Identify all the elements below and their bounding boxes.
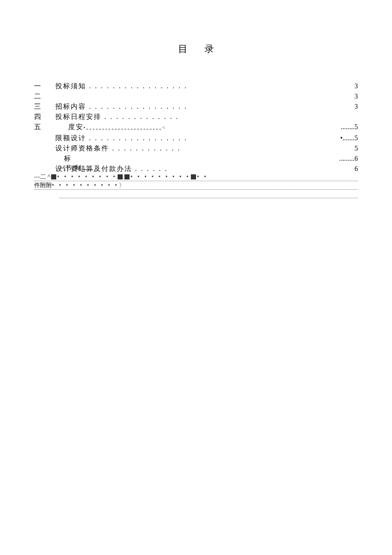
- toc-row: 度安•„„„„„„„„„„„„„„„„„„„„„„„„< ........5: [55, 122, 358, 133]
- number-item: 一: [34, 81, 41, 91]
- toc-page: 3: [355, 101, 358, 112]
- toc-row: 3: [55, 91, 358, 101]
- dots-icon: • • • • • • • • •: [57, 173, 117, 180]
- square-icon: [51, 174, 56, 179]
- toc-label: 标: [64, 153, 72, 164]
- arrow-icon: 〉: [119, 182, 125, 189]
- square-icon: [191, 174, 196, 179]
- toc-label: 设计师资格条件 . . . . . . . . . . . .: [55, 143, 181, 153]
- underline-icon: [83, 169, 93, 170]
- footer-row: [60, 190, 358, 198]
- number-item: 二: [34, 91, 41, 101]
- toc-label: 限额设计 . . . . . . . . . . . . . . . . .: [55, 133, 187, 143]
- toc-row: 标 .........6: [55, 153, 358, 164]
- fragment-char: 制: [75, 164, 81, 172]
- dots-icon: • •: [197, 173, 208, 180]
- toc-label: 度安•„„„„„„„„„„„„„„„„„„„„„„„„<: [68, 122, 166, 133]
- fragment-text: ^^ 书 „ 制: [60, 164, 93, 172]
- toc-page: 3: [355, 91, 358, 101]
- footer-row: 件附附 • • • • • • • • • • 〉: [34, 181, 358, 190]
- toc-row: 招标内容 . . . . . . . . . . . . . . . . . 3: [55, 101, 358, 112]
- toc-label: 投标须知 . . . . . . . . . . . . . . . . .: [55, 81, 187, 91]
- fragment-char: 书: [65, 164, 71, 172]
- toc-label: 招标内容 . . . . . . . . . . . . . . . . .: [55, 101, 187, 112]
- footer-prefix: —二 ^: [34, 173, 50, 181]
- toc-row: 投标须知 . . . . . . . . . . . . . . . . . 3: [55, 81, 358, 91]
- toc-label: 投标日程安排 . . . . . . . . . . . . .: [55, 112, 179, 122]
- toc-page: 3: [355, 81, 358, 91]
- caret-icon: ^^: [60, 165, 64, 171]
- number-item: 四: [34, 112, 41, 122]
- document-page: 目录 一 二 三 四 五 投标须知 . . . . . . . . . . . …: [0, 0, 392, 124]
- toc-row: 限额设计 . . . . . . . . . . . . . . . . . •…: [55, 133, 358, 143]
- toc-page: •.......5: [340, 133, 358, 143]
- dots-icon: • • • • • • • • • •: [52, 182, 119, 189]
- toc-row: 投标日程安排 . . . . . . . . . . . . .: [55, 112, 358, 122]
- toc-page: .........6: [339, 153, 358, 164]
- toc-row: 设计师资格条件 . . . . . . . . . . . . 5: [55, 143, 358, 153]
- toc-page: ........5: [341, 122, 358, 133]
- number-item: 五: [34, 122, 41, 132]
- square-icon: [124, 174, 130, 179]
- footer-prefix: 件附附: [34, 182, 52, 189]
- footer-row: —二 ^ • • • • • • • • • • • • • • • • • •…: [34, 173, 358, 181]
- footer-lines: —二 ^ • • • • • • • • • • • • • • • • • •…: [34, 173, 358, 198]
- section-numbers: 一 二 三 四 五: [34, 81, 41, 132]
- number-item: 三: [34, 101, 41, 112]
- toc-page: 5: [355, 143, 358, 153]
- dots-icon: • • • • • • • • •: [130, 173, 190, 180]
- square-icon: [118, 174, 123, 179]
- page-title: 目录: [51, 43, 358, 55]
- fragment-mid: „: [72, 166, 74, 171]
- toc-entries: 投标须知 . . . . . . . . . . . . . . . . . 3…: [55, 81, 358, 174]
